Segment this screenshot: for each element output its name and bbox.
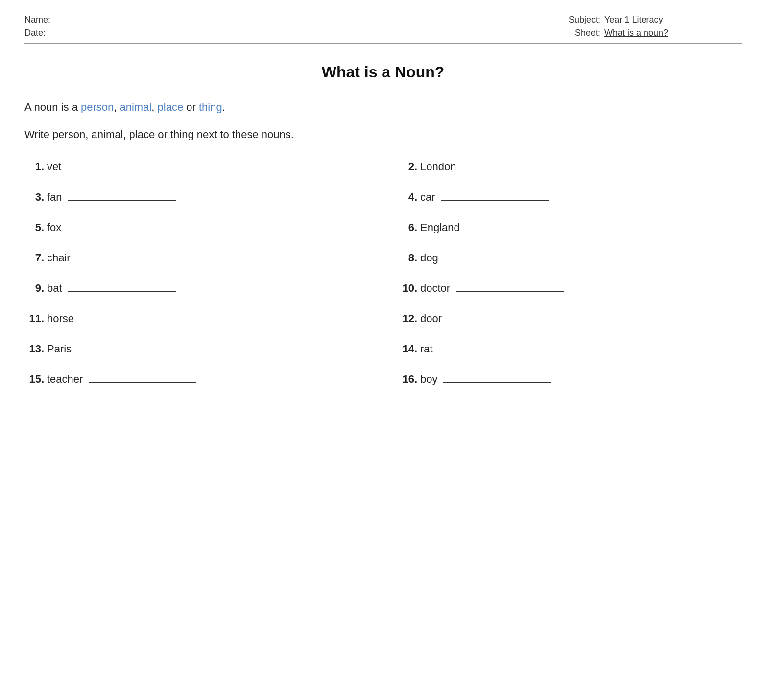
question-number: 11. bbox=[24, 312, 44, 325]
answer-line[interactable] bbox=[441, 198, 549, 201]
question-number: 12. bbox=[398, 312, 417, 325]
answer-line[interactable] bbox=[68, 198, 176, 201]
question-item: 7. chair bbox=[24, 252, 368, 264]
name-label: Name: bbox=[24, 15, 50, 25]
question-number: 2. bbox=[398, 161, 417, 173]
sheet-label: Sheet: bbox=[575, 28, 600, 38]
question-number: 13. bbox=[24, 343, 44, 355]
question-number: 5. bbox=[24, 221, 44, 234]
question-item: 2. London bbox=[398, 161, 742, 173]
question-word: vet bbox=[47, 161, 61, 173]
question-word: fan bbox=[47, 191, 62, 204]
question-number: 1. bbox=[24, 161, 44, 173]
question-item: 15. teacher bbox=[24, 373, 368, 386]
question-number: 15. bbox=[24, 373, 44, 386]
name-row: Name: bbox=[24, 15, 192, 25]
question-word: England bbox=[420, 221, 460, 234]
answer-line[interactable] bbox=[443, 380, 551, 383]
answer-line[interactable] bbox=[67, 167, 175, 170]
intro-animal: animal bbox=[120, 101, 152, 113]
question-item: 5. fox bbox=[24, 221, 368, 234]
intro-text: A noun is a person, animal, place or thi… bbox=[24, 101, 742, 114]
question-word: teacher bbox=[47, 373, 83, 386]
intro-prefix: A noun is a bbox=[24, 101, 81, 113]
instructions-text: Write person, animal, place or thing nex… bbox=[24, 128, 742, 141]
answer-line[interactable] bbox=[448, 319, 555, 322]
answer-line[interactable] bbox=[80, 319, 188, 322]
answer-line[interactable] bbox=[89, 380, 196, 383]
subject-row: Subject: Year 1 Literacy bbox=[569, 15, 742, 25]
intro-person: person bbox=[81, 101, 114, 113]
header-right: Subject: Year 1 Literacy Sheet: What is … bbox=[569, 15, 742, 38]
answer-line[interactable] bbox=[68, 289, 176, 292]
questions-grid: 1. vet 2. London 3. fan 4. car 5. fox 6.… bbox=[24, 161, 742, 386]
question-word: Paris bbox=[47, 343, 72, 355]
question-word: door bbox=[420, 312, 442, 325]
question-number: 3. bbox=[24, 191, 44, 204]
question-word: doctor bbox=[420, 282, 450, 295]
answer-line[interactable] bbox=[456, 289, 564, 292]
question-number: 4. bbox=[398, 191, 417, 204]
subject-label: Subject: bbox=[569, 15, 600, 25]
question-item: 1. vet bbox=[24, 161, 368, 173]
subject-value: Year 1 Literacy bbox=[604, 15, 742, 25]
question-word: car bbox=[420, 191, 435, 204]
question-number: 6. bbox=[398, 221, 417, 234]
question-word: boy bbox=[420, 373, 437, 386]
answer-line[interactable] bbox=[444, 258, 552, 261]
intro-comma1: , bbox=[114, 101, 120, 113]
question-item: 16. boy bbox=[398, 373, 742, 386]
question-item: 6. England bbox=[398, 221, 742, 234]
question-item: 3. fan bbox=[24, 191, 368, 204]
answer-line[interactable] bbox=[77, 350, 185, 352]
question-item: 10. doctor bbox=[398, 282, 742, 295]
answer-line[interactable] bbox=[76, 258, 184, 261]
question-word: London bbox=[420, 161, 456, 173]
question-item: 4. car bbox=[398, 191, 742, 204]
question-word: bat bbox=[47, 282, 62, 295]
sheet-row: Sheet: What is a noun? bbox=[569, 28, 742, 38]
question-word: rat bbox=[420, 343, 433, 355]
question-word: fox bbox=[47, 221, 61, 234]
page-title: What is a Noun? bbox=[24, 63, 742, 81]
date-label: Date: bbox=[24, 28, 46, 38]
header-left: Name: Date: bbox=[24, 15, 192, 38]
answer-line[interactable] bbox=[462, 167, 570, 170]
header: Name: Date: Subject: Year 1 Literacy She… bbox=[24, 15, 742, 44]
question-item: 11. horse bbox=[24, 312, 368, 325]
question-item: 8. dog bbox=[398, 252, 742, 264]
question-item: 12. door bbox=[398, 312, 742, 325]
intro-suffix: . bbox=[222, 101, 225, 113]
sheet-value: What is a noun? bbox=[604, 28, 742, 38]
question-item: 14. rat bbox=[398, 343, 742, 355]
question-number: 7. bbox=[24, 252, 44, 264]
question-item: 13. Paris bbox=[24, 343, 368, 355]
question-word: dog bbox=[420, 252, 438, 264]
intro-comma2: , bbox=[151, 101, 157, 113]
date-row: Date: bbox=[24, 28, 192, 38]
question-item: 9. bat bbox=[24, 282, 368, 295]
answer-line[interactable] bbox=[67, 228, 175, 231]
intro-place: place bbox=[158, 101, 184, 113]
question-word: horse bbox=[47, 312, 74, 325]
answer-line[interactable] bbox=[439, 350, 547, 352]
question-number: 14. bbox=[398, 343, 417, 355]
question-number: 9. bbox=[24, 282, 44, 295]
intro-or: or bbox=[183, 101, 199, 113]
question-word: chair bbox=[47, 252, 71, 264]
question-number: 16. bbox=[398, 373, 417, 386]
answer-line[interactable] bbox=[466, 228, 574, 231]
question-number: 8. bbox=[398, 252, 417, 264]
intro-thing: thing bbox=[199, 101, 222, 113]
question-number: 10. bbox=[398, 282, 417, 295]
